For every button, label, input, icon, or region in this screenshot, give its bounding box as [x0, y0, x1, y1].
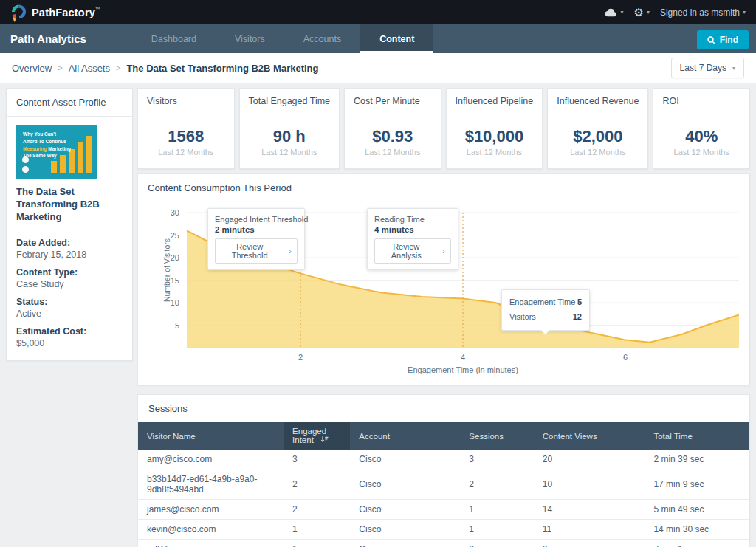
kpi-card-influenced-pipeline: Influenced Pipeline $10,000Last 12 Month… — [446, 88, 543, 169]
brand-logo: PathFactory™ — [10, 3, 100, 22]
column-header-engaged-intent[interactable]: Engaged Intent — [284, 422, 350, 450]
kpi-value: 1568 — [168, 127, 204, 146]
nav-tab-visitors[interactable]: Visitors — [216, 24, 284, 53]
cell-total-time: 7 min 1 sec — [645, 540, 749, 547]
brand-name: PathFactory™ — [32, 7, 100, 18]
reading-time-tooltip: Reading Time 4 minutes Review Analysis› — [367, 208, 458, 270]
kpi-period: Last 12 Months — [158, 148, 213, 156]
date-range-label: Last 7 Days — [680, 63, 726, 73]
svg-text:20: 20 — [171, 253, 179, 262]
sessions-card: Sessions Visitor Name Engaged Intent — [137, 394, 750, 547]
cloud-menu[interactable]: ▾ — [605, 8, 623, 17]
field-status: Status: Active — [16, 297, 123, 319]
cell-account: Cisco — [350, 500, 460, 520]
gear-icon: ⚙ — [633, 7, 643, 18]
cell-engaged-intent: 3 — [284, 450, 350, 469]
engaged-intent-threshold-tooltip: Engaged Intent Threshold 2 minutes Revie… — [207, 208, 305, 270]
cell-engaged-intent: 1 — [284, 540, 350, 547]
breadcrumb-current-asset: The Data Set Transforming B2B Marketing — [126, 63, 318, 74]
svg-text:25: 25 — [171, 231, 179, 240]
kpi-period: Last 12 Months — [467, 148, 522, 156]
search-icon — [707, 36, 715, 44]
kpi-value: $10,000 — [465, 127, 524, 146]
svg-text:4: 4 — [461, 353, 465, 362]
cell-sessions: 2 — [460, 540, 533, 547]
chevron-down-icon: ▾ — [620, 9, 623, 16]
asset-title: The Data Set Transforming B2B Marketing — [16, 186, 123, 230]
breadcrumb: Overview > All Assets > The Data Set Tra… — [12, 63, 318, 74]
svg-text:2: 2 — [298, 353, 303, 362]
user-menu[interactable]: Signed in as msmith ▾ — [660, 7, 746, 18]
content-consumption-card: Content Consumption This Period Number o… — [137, 173, 750, 385]
table-row: kevin@cisco.com 1 Cisco 1 11 14 min 30 s… — [138, 520, 749, 540]
sessions-table: Visitor Name Engaged Intent Account — [138, 422, 749, 547]
chevron-down-icon: ▾ — [732, 65, 735, 72]
svg-text:6: 6 — [623, 353, 628, 362]
svg-text:5: 5 — [175, 321, 179, 330]
breadcrumb-overview[interactable]: Overview — [12, 63, 52, 74]
nav-tab-accounts[interactable]: Accounts — [284, 24, 360, 53]
table-row: james@cisco.com 2 Cisco 1 14 5 min 49 se… — [138, 500, 749, 520]
kpi-card-influenced-revenue: Influenced Revenue $2,000Last 12 Months — [547, 88, 648, 169]
cell-engaged-intent: 1 — [284, 520, 350, 540]
svg-text:30: 30 — [171, 208, 179, 217]
svg-text:10: 10 — [171, 298, 179, 307]
cell-total-time: 2 min 39 sec — [645, 450, 749, 469]
kpi-value: 90 h — [273, 127, 306, 146]
cell-content-views: 10 — [534, 469, 645, 500]
table-row: amy@cisco.com 3 Cisco 3 20 2 min 39 sec — [138, 450, 749, 469]
breadcrumb-bar: Overview > All Assets > The Data Set Tra… — [0, 53, 756, 83]
sort-descending-icon — [320, 436, 329, 445]
kpi-card-roi: ROI 40%Last 12 Months — [653, 88, 750, 169]
cell-content-views: 11 — [534, 520, 645, 540]
settings-menu[interactable]: ⚙ ▾ — [633, 7, 649, 18]
column-header-sessions[interactable]: Sessions — [460, 422, 533, 450]
chevron-down-icon: ▾ — [743, 9, 746, 16]
cell-content-views: 20 — [534, 450, 645, 469]
pathfactory-logo-icon — [10, 3, 27, 22]
review-analysis-button[interactable]: Review Analysis› — [374, 238, 451, 264]
review-threshold-button[interactable]: Review Threshold› — [215, 238, 298, 264]
cell-account: Cisco — [350, 520, 460, 540]
chevron-right-icon: › — [289, 247, 292, 255]
kpi-card-visitors: Visitors 1568Last 12 Months — [137, 88, 235, 169]
find-button-label: Find — [720, 35, 738, 45]
breadcrumb-all-assets[interactable]: All Assets — [69, 63, 110, 74]
breadcrumb-separator: > — [116, 63, 120, 72]
cell-visitor: kevin@cisco.com — [138, 520, 284, 540]
table-row: b33b14d7-ed61-4a9b-a9a0-9db8f5494abd 2 C… — [138, 469, 749, 500]
primary-nav: Path Analytics Dashboard Visitors Accoun… — [0, 24, 756, 53]
date-range-dropdown[interactable]: Last 7 Days ▾ — [671, 58, 744, 78]
column-header-content-views[interactable]: Content Views — [534, 422, 645, 450]
find-button[interactable]: Find — [697, 30, 749, 49]
cell-visitor: james@cisco.com — [138, 500, 284, 520]
kpi-card-cost-per-minute: Cost Per Minute $0.93Last 12 Months — [344, 88, 441, 169]
thumbnail-title-text: Why You Can't Afford To Continue Measuri… — [23, 131, 71, 159]
cell-account: Cisco — [350, 540, 460, 547]
column-header-account[interactable]: Account — [350, 422, 460, 450]
table-row: will@cisco.com 1 Cisco 2 3 7 min 1 sec — [138, 540, 749, 547]
cell-engaged-intent: 2 — [284, 500, 350, 520]
kpi-period: Last 12 Months — [261, 148, 317, 156]
column-header-total-time[interactable]: Total Time — [645, 422, 749, 450]
cell-sessions: 1 — [460, 500, 533, 520]
kpi-value: 40% — [685, 127, 718, 146]
kpi-row: Visitors 1568Last 12 Months Total Engage… — [137, 88, 750, 169]
cell-content-views: 14 — [534, 500, 645, 520]
cloud-icon — [605, 8, 617, 17]
kpi-value: $2,000 — [573, 127, 622, 146]
cell-engaged-intent: 2 — [284, 469, 350, 500]
asset-thumbnail: Why You Can't Afford To Continue Measuri… — [16, 125, 97, 179]
nav-tab-dashboard[interactable]: Dashboard — [132, 24, 216, 53]
cell-visitor: will@cisco.com — [138, 540, 284, 547]
column-header-visitor-name[interactable]: Visitor Name — [138, 422, 284, 450]
cell-sessions: 1 — [460, 520, 533, 540]
cell-account: Cisco — [350, 469, 460, 500]
x-axis-label: Engagement Time (in minutes) — [148, 365, 739, 374]
chevron-down-icon: ▾ — [647, 9, 650, 16]
cell-content-views: 3 — [534, 540, 645, 547]
signed-in-label: Signed in as msmith — [660, 7, 740, 18]
nav-tab-content[interactable]: Content — [360, 24, 433, 53]
profile-panel-title: Content Asset Profile — [7, 89, 132, 117]
sessions-header-row: Visitor Name Engaged Intent Account — [138, 422, 749, 450]
